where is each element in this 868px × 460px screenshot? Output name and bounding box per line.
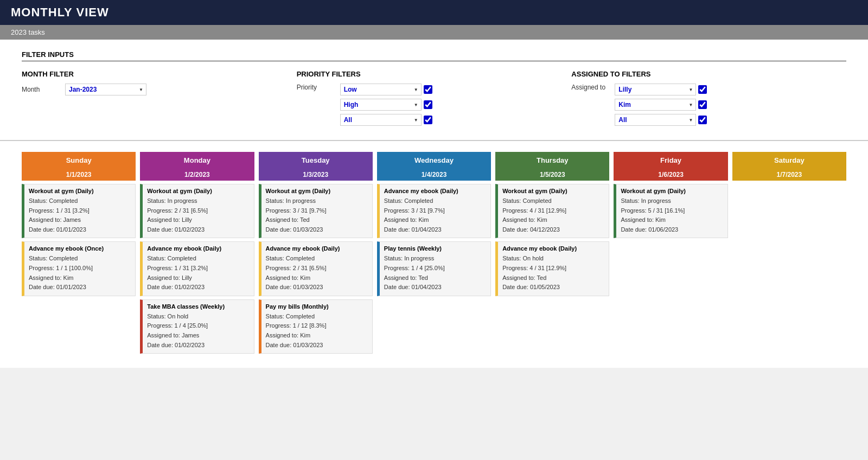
month-filter-label: Month — [22, 86, 65, 93]
day-column-thursday: Thursday1/5/2023Workout at gym (Daily)St… — [495, 152, 609, 357]
assigned-filter-title: ASSIGNED TO FILTERS — [571, 70, 825, 78]
task-card: Workout at gym (Daily)Status: In progres… — [140, 184, 254, 238]
task-title: Workout at gym (Daily) — [502, 188, 604, 194]
day-date-friday: 1/6/2023 — [614, 169, 727, 181]
priority-filter-title: PRIORITY FILTERS — [297, 70, 550, 78]
task-title: Workout at gym (Daily) — [266, 188, 368, 194]
day-column-friday: Friday1/6/2023Workout at gym (Daily)Stat… — [614, 152, 727, 357]
calendar-grid: Sunday1/1/2023Workout at gym (Daily)Stat… — [22, 152, 846, 357]
task-title: Advance my ebook (Daily) — [502, 245, 604, 252]
assigned-checkbox-2[interactable] — [698, 100, 707, 109]
task-details: Status: Completed Progress: 1 / 12 [8.3%… — [266, 312, 368, 350]
task-card: Advance my ebook (Daily)Status: Complete… — [259, 241, 373, 296]
priority-select-3[interactable]: AllLowHighMedium — [340, 114, 422, 126]
filter-section-title: FILTER INPUTS — [22, 50, 846, 61]
priority-checkbox-2[interactable] — [424, 100, 432, 109]
month-select[interactable]: Jan-2023 Feb-2023 Mar-2023 — [65, 84, 146, 95]
day-name-sunday: Sunday — [22, 152, 136, 169]
task-title: Advance my ebook (Once) — [29, 245, 131, 252]
task-title: Advance my ebook (Daily) — [266, 245, 368, 252]
assigned-select-1[interactable]: LillyKimTedJamesAll — [615, 84, 696, 95]
filter-section: FILTER INPUTS MONTH FILTER Month Jan-202… — [0, 40, 868, 141]
day-name-tuesday: Tuesday — [259, 152, 373, 169]
task-details: Status: In progress Progress: 5 / 31 [16… — [621, 196, 723, 234]
day-name-thursday: Thursday — [495, 152, 609, 169]
header-bar: MONTHLY VIEW — [0, 0, 868, 25]
sub-header: 2023 tasks — [0, 25, 868, 40]
priority-checkbox-3[interactable] — [424, 116, 432, 124]
day-date-sunday: 1/1/2023 — [22, 169, 136, 181]
priority-filter-label: Priority — [297, 84, 340, 91]
task-details: Status: On hold Progress: 1 / 4 [25.0%] … — [147, 312, 249, 350]
task-details: Status: Completed Progress: 1 / 1 [100.0… — [29, 254, 131, 292]
task-card: Workout at gym (Daily)Status: In progres… — [614, 184, 727, 238]
priority-select-2[interactable]: HighLowMediumAll — [340, 99, 422, 111]
assigned-select-3[interactable]: AllLillyKimTedJames — [615, 114, 696, 126]
day-column-tuesday: Tuesday1/3/2023Workout at gym (Daily)Sta… — [259, 152, 373, 357]
assigned-checkbox-1[interactable] — [698, 85, 707, 94]
task-details: Status: Completed Progress: 4 / 31 [12.9… — [502, 196, 604, 234]
task-details: Status: In progress Progress: 1 / 4 [25.… — [384, 254, 486, 292]
assigned-filter-group: ASSIGNED TO FILTERS Assigned to LillyKim… — [571, 70, 846, 129]
task-title: Pay my bills (Monthly) — [266, 303, 368, 310]
task-details: Status: In progress Progress: 2 / 31 [6.… — [147, 196, 249, 234]
assigned-select-2[interactable]: KimLillyTedJamesAll — [615, 99, 696, 111]
task-title: Workout at gym (Daily) — [147, 188, 249, 194]
month-filter-title: MONTH FILTER — [22, 70, 275, 78]
priority-filter-group: PRIORITY FILTERS Priority LowHighMediumA… — [297, 70, 572, 129]
assigned-checkbox-3[interactable] — [698, 116, 707, 124]
task-details: Status: On hold Progress: 4 / 31 [12.9%]… — [502, 254, 604, 292]
day-column-wednesday: Wednesday1/4/2023Advance my ebook (Daily… — [377, 152, 491, 357]
day-date-wednesday: 1/4/2023 — [377, 169, 491, 181]
task-card: Play tennis (Weekly)Status: In progress … — [377, 241, 491, 296]
task-details: Status: Completed Progress: 1 / 31 [3.2%… — [29, 196, 131, 234]
task-card: Advance my ebook (Daily)Status: Complete… — [377, 184, 491, 238]
task-details: Status: Completed Progress: 2 / 31 [6.5%… — [266, 254, 368, 292]
day-column-saturday: Saturday1/7/2023 — [732, 152, 846, 357]
task-title: Workout at gym (Daily) — [621, 188, 723, 194]
task-details: Status: Completed Progress: 1 / 31 [3.2%… — [147, 254, 249, 292]
task-card: Advance my ebook (Daily)Status: Complete… — [140, 241, 254, 296]
priority-checkbox-1[interactable] — [424, 85, 432, 94]
task-card: Advance my ebook (Once)Status: Completed… — [22, 241, 136, 296]
task-title: Take MBA classes (Weekly) — [147, 303, 249, 310]
task-details: Status: Completed Progress: 3 / 31 [9.7%… — [384, 196, 486, 234]
task-card: Pay my bills (Monthly)Status: Completed … — [259, 299, 373, 354]
calendar-section: Sunday1/1/2023Workout at gym (Daily)Stat… — [0, 141, 868, 368]
task-details: Status: In progress Progress: 3 / 31 [9.… — [266, 196, 368, 234]
day-name-wednesday: Wednesday — [377, 152, 491, 169]
task-title: Advance my ebook (Daily) — [147, 245, 249, 252]
task-card: Workout at gym (Daily)Status: Completed … — [495, 184, 609, 238]
day-name-monday: Monday — [140, 152, 254, 169]
day-date-tuesday: 1/3/2023 — [259, 169, 373, 181]
task-title: Play tennis (Weekly) — [384, 245, 486, 252]
task-card: Take MBA classes (Weekly)Status: On hold… — [140, 299, 254, 354]
month-filter-group: MONTH FILTER Month Jan-2023 Feb-2023 Mar… — [22, 70, 297, 99]
day-column-monday: Monday1/2/2023Workout at gym (Daily)Stat… — [140, 152, 254, 357]
assigned-filter-label: Assigned to — [571, 84, 615, 91]
day-name-friday: Friday — [614, 152, 727, 169]
task-card: Workout at gym (Daily)Status: In progres… — [259, 184, 373, 238]
day-date-thursday: 1/5/2023 — [495, 169, 609, 181]
task-card: Advance my ebook (Daily)Status: On hold … — [495, 241, 609, 296]
day-name-saturday: Saturday — [732, 152, 846, 169]
day-column-sunday: Sunday1/1/2023Workout at gym (Daily)Stat… — [22, 152, 136, 357]
subtitle: 2023 tasks — [11, 28, 45, 36]
task-title: Workout at gym (Daily) — [29, 188, 131, 194]
day-date-saturday: 1/7/2023 — [732, 169, 846, 181]
priority-select-1[interactable]: LowHighMediumAll — [340, 84, 422, 95]
day-date-monday: 1/2/2023 — [140, 169, 254, 181]
task-title: Advance my ebook (Daily) — [384, 188, 486, 194]
page-title: MONTHLY VIEW — [11, 5, 857, 20]
task-card: Workout at gym (Daily)Status: Completed … — [22, 184, 136, 238]
